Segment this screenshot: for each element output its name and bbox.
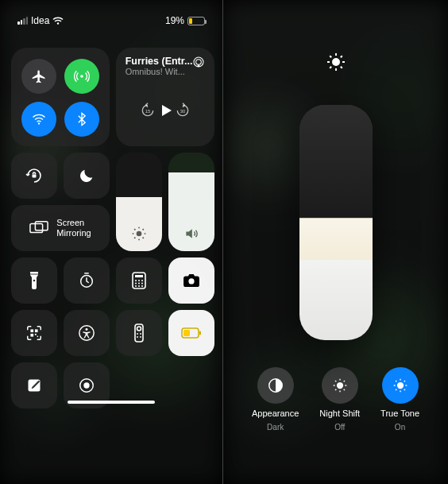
play-icon[interactable]	[156, 101, 175, 120]
wifi-icon	[52, 17, 64, 25]
accessibility-button[interactable]	[64, 310, 110, 356]
cellular-signal-icon	[17, 17, 28, 25]
svg-rect-28	[30, 334, 33, 337]
svg-point-19	[135, 283, 137, 285]
timer-button[interactable]	[64, 257, 110, 304]
do-not-disturb-toggle[interactable]	[64, 153, 110, 199]
svg-rect-10	[36, 222, 48, 230]
svg-rect-9	[30, 223, 43, 232]
night-shift-toggle[interactable]: Night Shift Off	[319, 367, 360, 432]
svg-point-1	[80, 75, 83, 78]
bluetooth-toggle[interactable]	[64, 102, 99, 137]
notes-button[interactable]	[11, 362, 57, 408]
calculator-button[interactable]	[116, 257, 162, 304]
svg-rect-30	[37, 336, 38, 337]
svg-point-0	[57, 22, 59, 24]
svg-point-36	[140, 333, 141, 335]
control-center-pane: Idea 19%	[0, 0, 223, 484]
screen-mirroring-label: Screen Mirroring	[56, 218, 91, 238]
true-tone-toggle[interactable]: True Tone On	[380, 367, 419, 432]
accessibility-icon	[78, 324, 95, 342]
brightness-header-icon	[326, 52, 346, 72]
svg-point-2	[38, 122, 40, 124]
connectivity-module[interactable]	[11, 48, 110, 146]
svg-text:15: 15	[145, 109, 150, 114]
svg-rect-27	[35, 329, 38, 332]
flashlight-button[interactable]	[11, 257, 57, 304]
compose-icon	[26, 378, 42, 393]
brightness-expanded-pane: Appearance Dark Night Shift Off	[223, 0, 448, 484]
svg-rect-15	[135, 275, 143, 277]
media-module[interactable]: Furries (Entr... Omnibus! Wit... 15	[116, 48, 214, 146]
camera-button[interactable]	[168, 257, 214, 304]
flashlight-icon	[28, 271, 41, 290]
appearance-label: Appearance	[252, 408, 299, 418]
appearance-icon	[267, 377, 284, 394]
svg-text:30: 30	[180, 109, 186, 114]
home-indicator[interactable]	[68, 401, 155, 404]
svg-point-37	[137, 336, 138, 338]
record-icon	[78, 377, 95, 394]
carrier-label: Idea	[31, 15, 49, 26]
screen-mirroring-icon	[29, 220, 48, 236]
svg-point-17	[138, 280, 140, 281]
svg-rect-29	[35, 334, 37, 335]
true-tone-icon	[392, 377, 409, 394]
skip-forward-30-icon[interactable]: 30	[175, 103, 191, 118]
sun-icon	[326, 52, 346, 72]
battery-percentage-label: 19%	[165, 15, 184, 26]
volume-icon	[183, 226, 199, 242]
svg-point-35	[137, 333, 138, 335]
svg-rect-40	[199, 331, 201, 335]
svg-point-47	[337, 382, 343, 389]
svg-point-38	[140, 336, 141, 338]
low-power-mode-toggle[interactable]	[168, 310, 214, 356]
bluetooth-icon	[74, 111, 90, 127]
volume-slider[interactable]	[168, 153, 214, 251]
svg-point-22	[135, 285, 137, 287]
timer-icon	[78, 272, 95, 289]
moon-icon	[78, 167, 95, 184]
brightness-slider-expanded[interactable]	[299, 105, 373, 340]
qr-icon	[25, 324, 43, 342]
calculator-icon	[132, 272, 146, 289]
qr-scanner-button[interactable]	[11, 310, 57, 356]
cellular-data-toggle[interactable]	[64, 59, 99, 94]
appearance-toggle[interactable]: Appearance Dark	[252, 367, 299, 432]
wifi-icon	[31, 111, 47, 127]
svg-point-25	[188, 278, 194, 284]
svg-point-24	[141, 285, 143, 287]
airplane-icon	[31, 68, 47, 84]
svg-point-48	[396, 382, 403, 389]
svg-point-34	[137, 327, 141, 331]
true-tone-sub: On	[395, 423, 405, 432]
brightness-slider[interactable]	[116, 153, 162, 251]
appearance-sub: Dark	[267, 423, 284, 432]
skip-back-15-icon[interactable]: 15	[140, 103, 156, 118]
svg-rect-26	[30, 329, 33, 332]
airplay-audio-icon[interactable]	[192, 56, 205, 68]
orientation-lock-toggle[interactable]	[11, 153, 57, 199]
airplane-mode-toggle[interactable]	[21, 59, 56, 94]
true-tone-label: True Tone	[380, 408, 419, 418]
svg-point-11	[33, 280, 36, 282]
svg-point-32	[86, 328, 88, 331]
media-subtitle: Omnibus! Wit...	[126, 67, 193, 76]
screen-mirroring-button[interactable]: Screen Mirroring	[11, 205, 110, 251]
svg-point-8	[137, 231, 142, 237]
svg-rect-12	[30, 274, 38, 275]
svg-rect-7	[33, 175, 37, 178]
svg-rect-41	[183, 330, 190, 336]
wifi-toggle[interactable]	[21, 102, 56, 137]
night-shift-label: Night Shift	[319, 408, 360, 418]
orientation-lock-icon	[25, 166, 44, 185]
svg-point-16	[135, 280, 137, 281]
brightness-sun-icon	[131, 226, 147, 242]
svg-point-23	[138, 285, 140, 287]
svg-point-45	[332, 58, 340, 66]
apple-tv-remote-button[interactable]	[116, 310, 162, 356]
svg-point-44	[83, 382, 89, 388]
antenna-icon	[74, 68, 90, 84]
night-shift-sub: Off	[334, 423, 345, 432]
low-power-battery-icon	[181, 327, 202, 339]
